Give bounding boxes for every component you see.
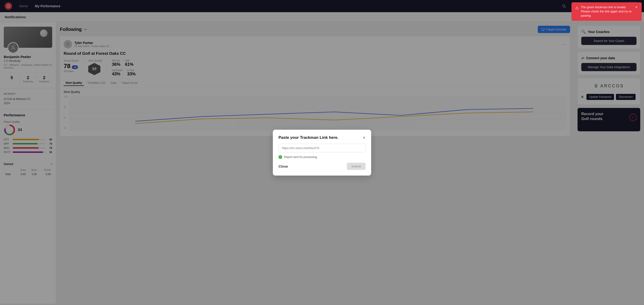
- toast-close-button[interactable]: ×: [635, 5, 638, 9]
- error-toast: ⚠ The given trackman link is invalid. Pl…: [572, 2, 642, 21]
- success-check-icon: ✓: [278, 155, 282, 159]
- modal-submit-button[interactable]: Submit: [347, 163, 366, 170]
- modal-title: Paste your Trackman Link here.: [278, 135, 338, 140]
- modal-close-button[interactable]: Close: [278, 164, 288, 168]
- trackman-url-input[interactable]: [278, 144, 366, 152]
- warning-icon: ⚠: [575, 6, 578, 10]
- success-message: ✓ Report sent for processing: [278, 155, 366, 159]
- modal-overlay: Paste your Trackman Link here. × ✓ Repor…: [0, 0, 644, 304]
- trackman-modal: Paste your Trackman Link here. × ✓ Repor…: [273, 130, 371, 176]
- modal-close-x-button[interactable]: ×: [363, 135, 366, 140]
- success-text: Report sent for processing: [284, 156, 317, 159]
- toast-message: The given trackman link is invalid. Plea…: [581, 5, 632, 18]
